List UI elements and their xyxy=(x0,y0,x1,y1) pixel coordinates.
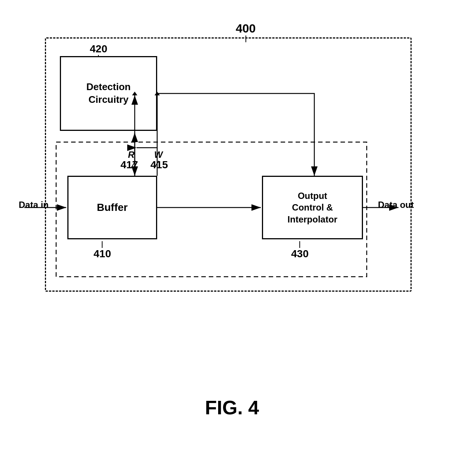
diagram-container: FIG. 4 400 420 DetectionCircuitry Buffer… xyxy=(22,15,442,426)
label-400: 400 xyxy=(236,22,256,36)
label-417: 417 xyxy=(120,159,138,171)
w-label: W xyxy=(154,150,163,160)
r-label: R xyxy=(128,150,134,160)
label-430: 430 xyxy=(291,248,309,260)
label-410: 410 xyxy=(94,248,111,260)
data-out-label: Data out xyxy=(378,200,414,210)
buffer-box: Buffer xyxy=(67,176,157,239)
detection-circuitry-label: DetectionCircuitry xyxy=(86,81,131,106)
arrow-410-up xyxy=(102,241,103,248)
data-in-label: Data in xyxy=(19,200,49,210)
arrow-430-up xyxy=(299,241,300,248)
oci-label: OutputControl &Interpolator xyxy=(287,190,337,225)
oci-box: OutputControl &Interpolator xyxy=(262,176,363,239)
detection-circuitry-box: DetectionCircuitry xyxy=(60,56,157,131)
label-415: 415 xyxy=(150,159,168,171)
label-420: 420 xyxy=(90,43,107,55)
figure-label: FIG. 4 xyxy=(205,396,259,419)
buffer-label: Buffer xyxy=(97,202,128,214)
